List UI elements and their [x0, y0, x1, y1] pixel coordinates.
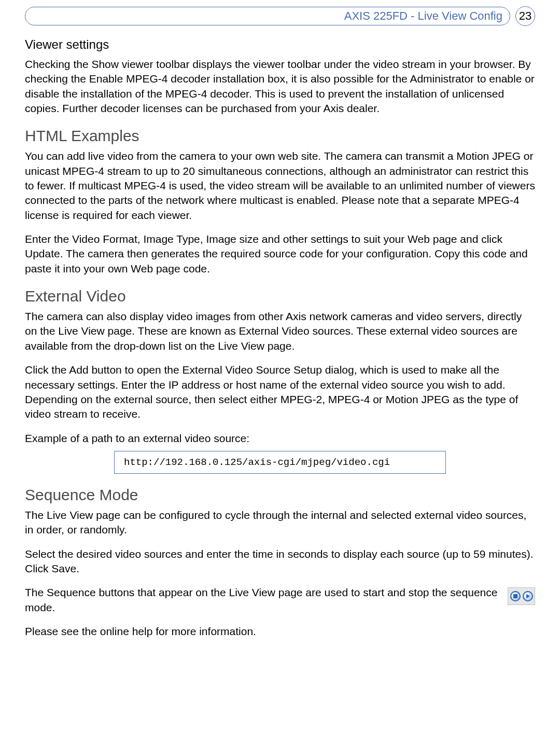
breadcrumb-text: AXIS 225FD - Live View Config: [344, 9, 502, 23]
sequence-mode-row: The Sequence buttons that appear on the …: [25, 585, 535, 624]
external-video-heading: External Video: [25, 287, 535, 305]
sequence-mode-paragraph-3: The Sequence buttons that appear on the …: [25, 585, 501, 615]
page-number-text: 23: [519, 9, 531, 23]
svg-rect-0: [513, 594, 517, 598]
sequence-play-icon: [523, 591, 533, 601]
external-video-code-example: http://192.168.0.125/axis-cgi/mjpeg/vide…: [114, 451, 446, 474]
html-examples-paragraph-1: You can add live video from the camera t…: [25, 149, 535, 223]
html-examples-paragraph-2: Enter the Video Format, Image Type, Imag…: [25, 232, 535, 276]
external-video-paragraph-2: Click the Add button to open the Externa…: [25, 363, 535, 421]
sequence-mode-paragraph-4: Please see the online help for more info…: [25, 624, 535, 639]
sequence-buttons-image: [508, 587, 535, 605]
sequence-mode-paragraph-1: The Live View page can be configured to …: [25, 508, 535, 538]
page-number: 23: [515, 6, 535, 26]
page: AXIS 225FD - Live View Config 23 Viewer …: [0, 6, 560, 669]
viewer-settings-heading: Viewer settings: [25, 37, 535, 52]
sequence-stop-icon: [510, 591, 521, 601]
external-video-paragraph-1: The camera can also display video images…: [25, 309, 535, 353]
breadcrumb: AXIS 225FD - Live View Config: [25, 7, 510, 25]
sequence-mode-paragraph-2: Select the desired video sources and ent…: [25, 547, 535, 576]
html-examples-heading: HTML Examples: [25, 127, 535, 145]
svg-marker-1: [526, 594, 530, 598]
sequence-mode-heading: Sequence Mode: [25, 486, 535, 504]
external-video-example-label: Example of a path to an external video s…: [25, 431, 535, 446]
page-header: AXIS 225FD - Live View Config 23: [25, 6, 535, 26]
viewer-settings-paragraph: Checking the Show viewer toolbar display…: [25, 57, 535, 116]
